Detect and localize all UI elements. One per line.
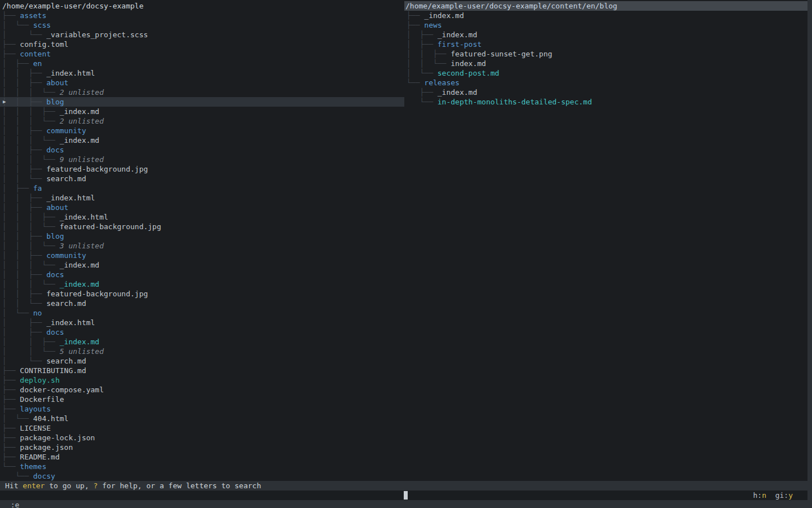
entry-name: _index.md <box>438 88 477 97</box>
tree-row-file[interactable]: │ ├── _index.html <box>0 318 404 327</box>
tree-row-dir[interactable]: │ ├── first-post <box>404 40 807 49</box>
tree-guide-lines: │ ├── <box>2 184 33 192</box>
tree-row-file[interactable]: ├── CONTRIBUTING.md <box>0 366 404 375</box>
entry-name: fa <box>33 184 42 192</box>
entry-name: package.json <box>20 443 73 452</box>
entry-name: _index.md <box>438 30 477 39</box>
tree-row-dir[interactable]: └── themes <box>0 462 404 471</box>
tree-guide-lines: ├── <box>2 453 20 461</box>
tree-row-file[interactable]: │ │ └── search.md <box>0 174 404 183</box>
tree-row-dir[interactable]: ├── layouts <box>0 404 404 414</box>
tree-row-file[interactable]: │ │ ├── _index.md <box>0 337 404 347</box>
flag-value: n <box>762 491 766 500</box>
entry-name: scss <box>33 21 51 29</box>
unlisted-count: 5 unlisted <box>60 347 104 356</box>
tree-row-file[interactable]: │ │ │ ├── _index.html <box>0 212 404 222</box>
tree-row-dir[interactable]: │ ├── fa <box>0 183 404 193</box>
tree-row-file[interactable]: │ │ │ └── 9 unlisted <box>0 155 404 164</box>
tree-row-file[interactable]: │ │ │ ├── _index.md <box>0 107 404 116</box>
command-input-value[interactable]: :e <box>9 501 20 508</box>
tree-row-file[interactable]: ├── Dockerfile <box>0 395 404 404</box>
status-text: for help, or a few letters to search <box>98 481 261 490</box>
tree-row-file[interactable]: │ │ ├── featured-background.jpg <box>0 164 404 174</box>
tree-row-file[interactable]: │ └── _variables_project.scss <box>0 30 404 40</box>
tree-row-file[interactable]: ├── config.toml <box>0 40 404 49</box>
tree-row-file[interactable]: ├── package-lock.json <box>0 433 404 443</box>
tree-row-dir[interactable]: │ │ ├── about <box>0 203 404 212</box>
tree-row-file[interactable]: │ └── search.md <box>0 356 404 366</box>
tree-row-file[interactable]: ├── LICENSE <box>0 423 404 433</box>
tree-row-file[interactable]: │ │ │ └── featured-background.jpg <box>0 222 404 231</box>
tree-row-dir[interactable]: │ ├── docs <box>0 327 404 337</box>
tree-row-file[interactable]: │ └── second-post.md <box>404 68 807 78</box>
tree-row-file[interactable]: │ │ │ └── 2 unlisted <box>0 116 404 126</box>
entry-name: no <box>33 309 42 317</box>
tree-row-file[interactable]: │ ├── _index.md <box>404 30 807 40</box>
tree-row-file[interactable]: │ │ │ └── 2 unlisted <box>0 87 404 97</box>
command-input-row[interactable]: :e h:n gi:y <box>0 491 807 500</box>
tree-guide-lines: │ │ ├── <box>2 203 46 212</box>
tree-guide-lines: │ │ ├── <box>2 69 46 77</box>
tree-guide-lines: │ │ └── <box>2 299 46 308</box>
tree-guide-lines: └── <box>2 462 20 471</box>
tree-row-file[interactable]: │ └── 404.html <box>0 414 404 423</box>
tree-row-dir[interactable]: │ │ ├── community <box>0 126 404 135</box>
tree-row-dir[interactable]: │ │ ├── docs <box>0 270 404 279</box>
gitignore-flag[interactable]: gi:y <box>766 491 793 500</box>
entry-name: news <box>424 21 442 29</box>
entry-name: community <box>46 251 86 260</box>
tree-row-dir[interactable]: ├── news <box>404 20 807 30</box>
left-panel-path[interactable]: /home/example-user/docsy-example <box>0 1 404 11</box>
tree-row-file[interactable]: │ │ │ └── _index.md <box>0 260 404 270</box>
tree-guide-lines: │ │ └── <box>2 174 46 183</box>
tree-row-dir[interactable]: │ │ ├── blog <box>0 231 404 241</box>
tree-row-file[interactable]: │ │ └── 5 unlisted <box>0 347 404 356</box>
tree-row-file[interactable]: ├── _index.md <box>404 11 807 20</box>
tree-row-file[interactable]: │ │ └── search.md <box>0 299 404 308</box>
status-text: Hit <box>5 481 23 490</box>
tree-row-dir[interactable]: └── releases <box>404 78 807 87</box>
tree-row-dir[interactable]: │ └── no <box>0 308 404 318</box>
tree-row-file[interactable]: │ │ ├── featured-sunset-get.png <box>404 49 807 59</box>
tree-row-file[interactable]: │ │ └── index.md <box>404 59 807 68</box>
tree-row-file[interactable]: ├── docker-compose.yaml <box>0 385 404 395</box>
right-panel-path[interactable]: /home/example-user/docsy-example/content… <box>404 1 807 11</box>
entry-name: about <box>46 78 68 87</box>
tree-guide-lines: ├── <box>2 50 20 58</box>
tree-row-file[interactable]: ├── deploy.sh <box>0 375 404 385</box>
tree-row-dir[interactable]: ├── content <box>0 49 404 59</box>
tree-guide-lines: │ └── <box>407 69 438 77</box>
tree-guide-lines: │ │ │ └── <box>2 117 60 125</box>
hidden-flag[interactable]: h:n <box>753 491 766 500</box>
right-panel-rows: ├── _index.md├── news│ ├── _index.md│ ├─… <box>404 11 807 107</box>
tree-row-file[interactable]: │ │ ├── featured-background.jpg <box>0 289 404 299</box>
tree-row-dir[interactable]: ├── assets <box>0 11 404 20</box>
entry-name: featured-background.jpg <box>60 222 161 231</box>
tree-row-file[interactable]: └── in-depth-monoliths-detailed-spec.md <box>404 97 807 107</box>
tree-guide-lines: │ │ ├── <box>2 194 46 202</box>
entry-name: README.md <box>20 453 59 461</box>
tree-row-file[interactable]: ├── package.json <box>0 443 404 452</box>
tree-row-file[interactable]: ├── _index.md <box>404 87 807 97</box>
entry-name: _index.md <box>60 261 99 269</box>
tree-row-file[interactable]: │ │ │ └── _index.md <box>0 279 404 289</box>
tree-row-dir[interactable]: │ │ ├── about <box>0 78 404 87</box>
tree-row-dir[interactable]: │ │ ├── community <box>0 251 404 260</box>
tree-row-file[interactable]: │ │ │ └── 3 unlisted <box>0 241 404 251</box>
tree-row-file[interactable]: │ │ ├── _index.html <box>0 68 404 78</box>
tree-row-dir[interactable]: └── docsy <box>0 471 404 481</box>
tree-row-file[interactable]: │ │ │ └── _index.md <box>0 135 404 145</box>
tree-row-dir[interactable]: │ │ ├── docs <box>0 145 404 155</box>
tree-row-file[interactable]: ├── README.md <box>0 452 404 462</box>
tree-guide-lines: │ ├── <box>407 40 438 49</box>
tree-guide-lines: │ │ ├── <box>407 50 451 58</box>
tree-row-file[interactable]: │ │ ├── _index.html <box>0 193 404 203</box>
right-panel-tree: /home/example-user/docsy-example/content… <box>404 1 807 481</box>
entry-name: _index.html <box>46 69 95 77</box>
tree-row-dir[interactable]: │ └── scss <box>0 20 404 30</box>
tree-guide-lines: ├── <box>2 405 20 413</box>
tree-row-dir[interactable]: ▶│ │ ├── blog <box>0 97 404 107</box>
tree-guide-lines: │ ├── <box>407 30 438 39</box>
tree-row-dir[interactable]: │ ├── en <box>0 59 404 68</box>
tree-guide-lines: │ │ │ └── <box>2 280 60 288</box>
